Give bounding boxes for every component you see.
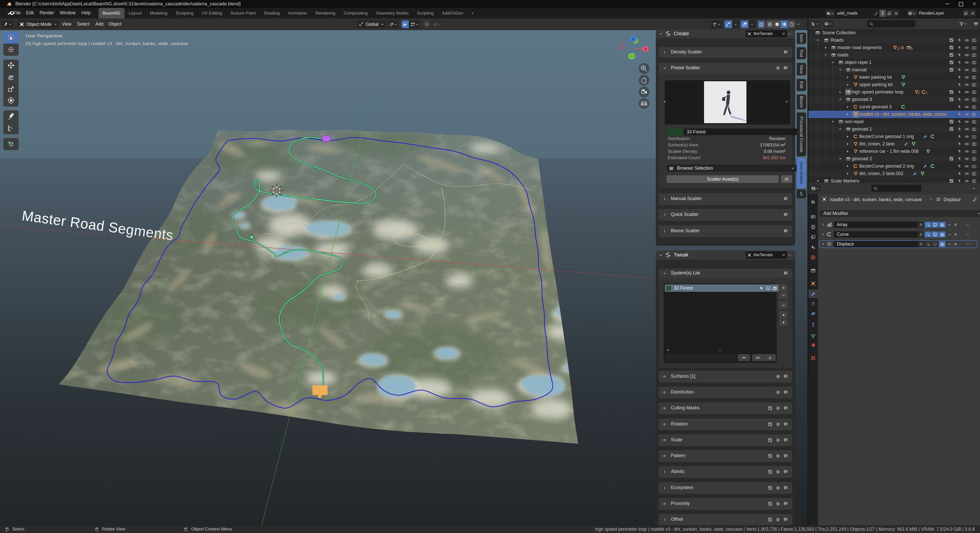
svg-text:X: X — [644, 47, 647, 51]
svg-text:Z: Z — [632, 37, 635, 41]
